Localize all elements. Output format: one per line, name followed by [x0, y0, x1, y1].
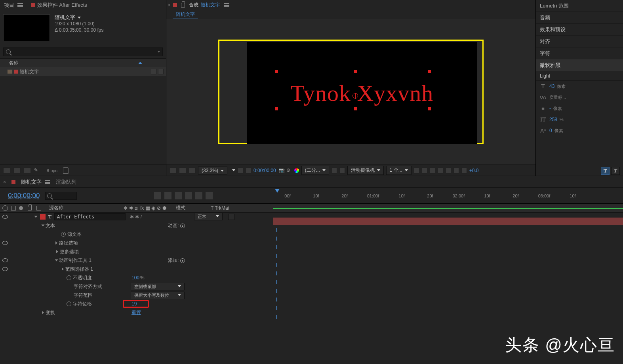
label-color-icon[interactable]	[14, 70, 18, 74]
ruler-tick[interactable]: 10f	[302, 193, 330, 198]
resolution-select[interactable]: (二分...	[301, 166, 329, 175]
ruler-tick[interactable]: 02:00f	[444, 193, 473, 198]
shy-icon[interactable]	[174, 192, 182, 200]
tab-project[interactable]: 项目	[0, 0, 27, 10]
panel-effects[interactable]: 效果和预设	[536, 24, 623, 36]
interpret-footage-icon[interactable]	[3, 167, 10, 174]
italic-button[interactable]: T	[611, 167, 620, 175]
composition-viewer[interactable]: Tynok Xyxvnh	[166, 19, 535, 165]
expand-icon[interactable]	[42, 225, 45, 227]
ruler-tick[interactable]: 10f	[473, 193, 501, 198]
toggle-3d-icon[interactable]	[189, 167, 196, 174]
lock-icon[interactable]	[181, 3, 185, 8]
playhead-icon[interactable]	[275, 189, 280, 193]
visibility-toggle[interactable]	[2, 241, 8, 245]
selection-handle[interactable]	[428, 107, 431, 110]
time-ruler[interactable]: 00f10f20f01:00f10f20f02:00f10f20f03:00f1…	[273, 188, 623, 203]
new-folder-icon[interactable]	[13, 167, 21, 174]
timeline-search-input[interactable]	[45, 192, 77, 200]
expand-icon[interactable]	[55, 260, 58, 262]
text-layer-preview[interactable]: Tynok Xyxvnh	[291, 80, 434, 106]
comp-mini-flowchart-icon[interactable]	[154, 192, 162, 200]
toggle-alpha-icon[interactable]	[170, 167, 177, 174]
opacity-value[interactable]: 100	[131, 275, 139, 281]
stopwatch-icon[interactable]	[61, 232, 66, 237]
grid-icon[interactable]	[238, 167, 243, 174]
lock-column-icon[interactable]	[28, 206, 32, 210]
render-queue-tab[interactable]: 渲染队列	[56, 178, 76, 186]
close-tab-icon[interactable]: ×	[168, 2, 171, 8]
roi-icon[interactable]	[332, 167, 337, 174]
timeline-tab[interactable]: 随机文字	[21, 178, 50, 186]
baseline-value[interactable]: 0	[549, 128, 552, 133]
camera-select[interactable]: 活动摄像机	[347, 166, 384, 175]
ruler-tick[interactable]: 20f	[330, 193, 359, 198]
exposure-value[interactable]: +0.0	[469, 168, 479, 173]
expand-icon[interactable]	[56, 250, 58, 253]
views-select[interactable]: 1 个...	[386, 166, 412, 175]
trash-icon[interactable]	[63, 167, 69, 174]
graph-editor-icon[interactable]	[205, 192, 213, 200]
layer-row[interactable]: T After Effects ✱ ✱ / 正常	[0, 212, 623, 221]
expand-icon[interactable]	[55, 241, 57, 245]
motion-blur-icon[interactable]	[195, 192, 203, 200]
reset-link[interactable]: 重置	[131, 309, 141, 316]
color-mgmt-icon[interactable]	[294, 168, 299, 173]
char-range-select[interactable]: 保留大小写及数位	[131, 292, 185, 299]
draft3d-icon[interactable]	[164, 192, 172, 200]
expand-icon[interactable]	[34, 216, 38, 218]
leading-value[interactable]: -	[549, 106, 551, 111]
kerning-value[interactable]: 度量标...	[549, 95, 566, 100]
ruler-tick[interactable]: 01:00f	[359, 193, 387, 198]
project-settings-icon[interactable]: ✎	[34, 167, 41, 174]
source-name-header[interactable]: 源名称	[49, 205, 63, 211]
fast-preview-icon[interactable]	[446, 167, 451, 174]
tab-effect-controls[interactable]: 效果控件 After Effects	[27, 0, 91, 10]
font-style-select[interactable]: Light	[536, 71, 623, 81]
item-flag-icon[interactable]	[151, 69, 156, 74]
zoom-select[interactable]: (33.3%)	[198, 167, 227, 174]
anchor-point-icon[interactable]	[352, 93, 358, 99]
blend-mode-select[interactable]: 正常	[194, 213, 223, 220]
color-depth-button[interactable]: 8 bpc	[44, 168, 60, 173]
video-column-icon[interactable]	[2, 205, 8, 211]
close-tab-icon[interactable]: ×	[3, 179, 6, 185]
panel-character[interactable]: 字符	[536, 47, 623, 59]
visibility-toggle[interactable]	[2, 215, 8, 219]
selection-handle[interactable]	[275, 70, 278, 73]
guides-icon[interactable]	[246, 167, 251, 174]
vscale-value[interactable]: 258	[549, 117, 557, 122]
selection-handle[interactable]	[354, 107, 357, 110]
stopwatch-icon[interactable]	[67, 301, 71, 306]
char-align-select[interactable]: 左侧或顶部	[131, 283, 185, 290]
add-menu-button[interactable]: ▸	[180, 258, 185, 263]
channel-icon[interactable]: ⊘	[286, 167, 292, 174]
layer-name-input[interactable]: After Effects	[54, 213, 126, 220]
new-comp-icon[interactable]	[24, 167, 31, 174]
ruler-tick[interactable]: 03:00f	[530, 193, 558, 198]
stopwatch-icon[interactable]	[67, 275, 71, 280]
comp-tab-name[interactable]: 随机文字	[201, 2, 220, 8]
dropdown-icon[interactable]	[78, 17, 81, 19]
ruler-tick[interactable]: 10f	[558, 193, 587, 198]
frame-blend-icon[interactable]	[185, 192, 192, 200]
selection-handle[interactable]	[354, 70, 357, 73]
viewer-timecode[interactable]: 0:00:00:00	[253, 168, 276, 173]
visibility-toggle[interactable]	[2, 267, 8, 271]
panel-lumetri[interactable]: Lumetri 范围	[536, 0, 623, 12]
flowchart-tab[interactable]: 随机文字	[173, 10, 198, 19]
font-size-value[interactable]: 43	[549, 83, 554, 89]
panel-audio[interactable]: 音频	[536, 12, 623, 24]
trkmat-select[interactable]	[228, 214, 234, 220]
visibility-toggle[interactable]	[2, 258, 8, 262]
view-icon[interactable]	[430, 167, 435, 174]
ruler-tick[interactable]: 00f	[273, 193, 302, 198]
label-column-icon[interactable]	[36, 206, 41, 210]
audio-column-icon[interactable]	[11, 206, 16, 210]
project-column-header[interactable]: 名称	[0, 59, 166, 67]
expand-icon[interactable]	[62, 267, 64, 271]
ruler-tick[interactable]: 10f	[387, 193, 416, 198]
expand-icon[interactable]	[42, 311, 44, 314]
snapshot-icon[interactable]: 📷	[278, 167, 284, 174]
project-search-input[interactable]	[3, 47, 163, 56]
